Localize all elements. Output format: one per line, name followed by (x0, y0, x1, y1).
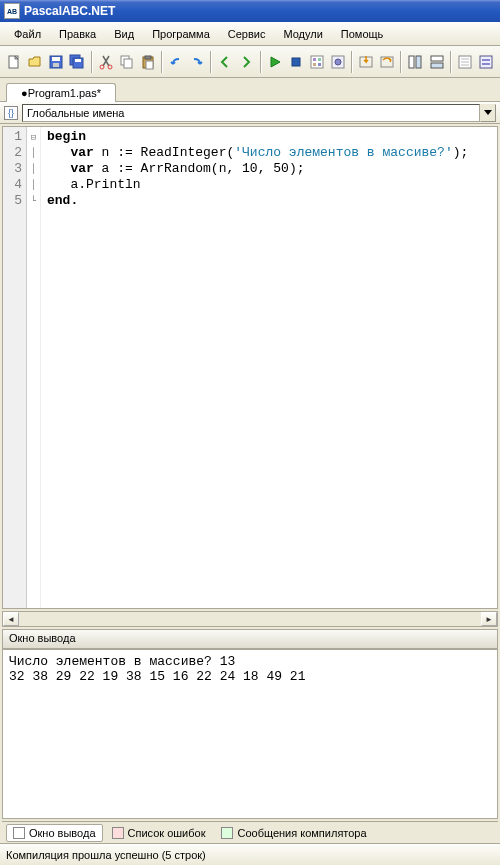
output-panel-title: Окно вывода (9, 632, 76, 644)
open-file-button[interactable] (25, 50, 45, 74)
file-tabs: ●Program1.pas* (0, 78, 500, 102)
svg-rect-26 (431, 56, 443, 61)
form-designer-button[interactable] (476, 50, 496, 74)
svg-rect-33 (482, 59, 490, 61)
undo-button[interactable] (166, 50, 186, 74)
step-into-button[interactable] (356, 50, 376, 74)
output-line: Число элементов в массиве? 13 (9, 654, 235, 669)
toolbar (0, 46, 500, 78)
scope-dropdown-button[interactable] (480, 104, 496, 122)
copy-button[interactable] (117, 50, 137, 74)
menu-file[interactable]: Файл (6, 26, 49, 42)
svg-rect-34 (482, 63, 490, 65)
svg-rect-17 (318, 58, 321, 61)
svg-rect-24 (409, 56, 414, 68)
tab-label: Список ошибок (128, 827, 206, 839)
menu-edit[interactable]: Правка (51, 26, 104, 42)
line-gutter: 1 2 3 4 5 (3, 127, 27, 608)
file-tab-program1[interactable]: ●Program1.pas* (6, 83, 116, 102)
statusbar: Компиляция прошла успешно (5 строк) (0, 843, 500, 865)
hscrollbar[interactable]: ◄ ► (2, 611, 498, 627)
chevron-down-icon (484, 110, 492, 116)
properties-button[interactable] (455, 50, 475, 74)
messages-tab-icon (221, 827, 233, 839)
output-tab-icon (13, 827, 25, 839)
cut-button[interactable] (96, 50, 116, 74)
paste-button[interactable] (138, 50, 158, 74)
tab-errors[interactable]: Список ошибок (105, 824, 213, 842)
run-button[interactable] (265, 50, 285, 74)
scope-selected: Глобальные имена (27, 107, 125, 119)
titlebar: AB PascalABC.NET (0, 0, 500, 22)
svg-rect-3 (53, 63, 59, 67)
menu-help[interactable]: Помощь (333, 26, 392, 42)
stop-button[interactable] (286, 50, 306, 74)
errors-tab-icon (112, 827, 124, 839)
step-over-button[interactable] (377, 50, 397, 74)
svg-point-21 (335, 59, 341, 65)
scope-bar: {} Глобальные имена (0, 102, 500, 124)
svg-rect-15 (311, 56, 323, 68)
app-icon: AB (4, 3, 20, 19)
output-panel-header: Окно вывода (2, 629, 498, 649)
svg-rect-2 (52, 57, 60, 61)
build-button[interactable] (328, 50, 348, 74)
svg-rect-27 (431, 63, 443, 68)
save-all-button[interactable] (67, 50, 87, 74)
tab-label: ●Program1.pas* (21, 87, 101, 99)
tab-label: Окно вывода (29, 827, 96, 839)
tab-label: Сообщения компилятора (237, 827, 366, 839)
svg-rect-16 (313, 58, 316, 61)
app-title: PascalABC.NET (24, 4, 115, 18)
menu-program[interactable]: Программа (144, 26, 218, 42)
code-editor[interactable]: 1 2 3 4 5 ⊟ │││└ begin var n := ReadInte… (2, 126, 498, 609)
svg-rect-14 (292, 58, 300, 66)
output-panel[interactable]: Число элементов в массиве? 13 32 38 29 2… (2, 649, 498, 819)
new-file-button[interactable] (4, 50, 24, 74)
redo-button[interactable] (187, 50, 207, 74)
window-cascade-button[interactable] (427, 50, 447, 74)
status-text: Компиляция прошла успешно (5 строк) (6, 849, 206, 861)
scope-icon: {} (4, 106, 18, 120)
svg-rect-32 (480, 56, 492, 68)
svg-point-8 (108, 65, 112, 69)
svg-rect-18 (313, 63, 316, 66)
output-line: 32 38 29 22 19 38 15 16 22 24 18 49 21 (9, 669, 305, 684)
scroll-left-button[interactable]: ◄ (3, 612, 19, 626)
scroll-track[interactable] (19, 612, 481, 626)
fold-gutter: ⊟ │││└ (27, 127, 41, 608)
scroll-right-button[interactable]: ► (481, 612, 497, 626)
svg-point-7 (100, 65, 104, 69)
window-tile-button[interactable] (405, 50, 425, 74)
tab-output[interactable]: Окно вывода (6, 824, 103, 842)
nav-back-button[interactable] (215, 50, 235, 74)
menu-service[interactable]: Сервис (220, 26, 274, 42)
save-button[interactable] (46, 50, 66, 74)
svg-rect-10 (124, 59, 132, 68)
fold-toggle-icon[interactable]: ⊟ (27, 129, 40, 145)
svg-rect-19 (318, 63, 321, 66)
scope-combo[interactable]: Глобальные имена (22, 104, 480, 122)
menu-view[interactable]: Вид (106, 26, 142, 42)
svg-rect-6 (75, 59, 81, 62)
menubar: Файл Правка Вид Программа Сервис Модули … (0, 22, 500, 46)
tab-messages[interactable]: Сообщения компилятора (214, 824, 373, 842)
menu-modules[interactable]: Модули (275, 26, 330, 42)
svg-rect-12 (145, 56, 151, 59)
code-content[interactable]: begin var n := ReadInteger('Число элемен… (41, 127, 497, 608)
nav-forward-button[interactable] (236, 50, 256, 74)
svg-rect-25 (416, 56, 421, 68)
compile-button[interactable] (307, 50, 327, 74)
svg-rect-13 (146, 61, 153, 69)
bottom-tabs: Окно вывода Список ошибок Сообщения комп… (2, 821, 498, 843)
